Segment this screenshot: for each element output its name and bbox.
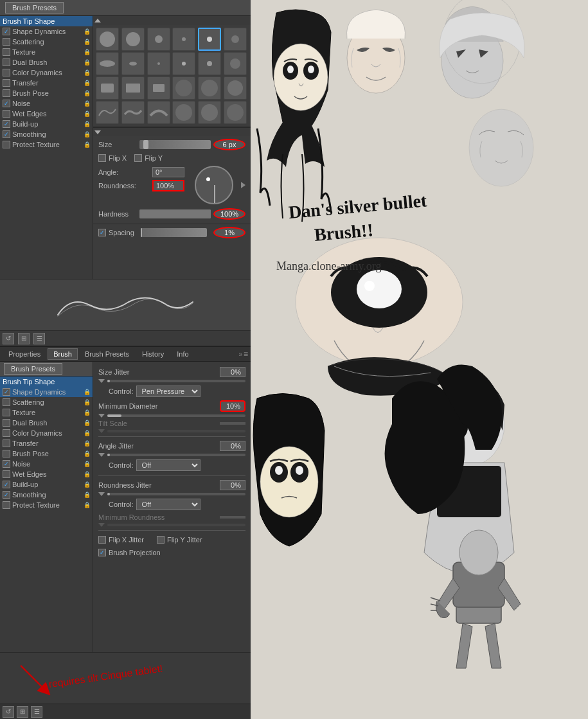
sidebar-item-brush-tip-shape[interactable]: Brush Tip Shape [0,16,93,26]
sidebar-bottom-transfer[interactable]: Transfer 🔒 [0,438,93,448]
hardness-slider[interactable] [139,209,211,218]
bottom-dual-brush-check[interactable] [3,419,10,427]
brush-pose-checkbox[interactable] [3,89,10,97]
brush-presets-btn-bottom[interactable]: Brush Presets [4,363,62,375]
flip-x-checkbox[interactable] [98,154,106,162]
sidebar-item-scattering[interactable]: Scattering 🔒 [0,37,93,47]
tab-expand-btn[interactable]: » [238,351,242,358]
angle-circle-widget[interactable] [195,166,233,204]
size-value[interactable]: 6 px [213,139,245,150]
scroll-up-arrow[interactable] [94,19,101,22]
sidebar-item-brush-pose[interactable]: Brush Pose 🔒 [0,88,93,98]
sidebar-bottom-smoothing[interactable]: Smoothing 🔒 [0,490,93,500]
brush-thumb-2500b[interactable] [121,28,145,51]
brush-thumb-768[interactable] [96,101,119,124]
roundness-input[interactable] [152,180,184,191]
sidebar-item-build-up[interactable]: Build-up 🔒 [0,119,93,129]
brush-thumb-7[interactable] [198,52,221,75]
brush-thumb-128c[interactable] [224,76,247,100]
brush-thumb-4[interactable] [172,28,195,51]
brush-thumb-2500a[interactable] [96,28,119,51]
roundness-jitter-slider[interactable] [107,493,245,495]
scattering-checkbox[interactable] [3,38,10,46]
protect-texture-checkbox[interactable] [3,141,10,148]
brush-thumb-46[interactable] [96,52,119,75]
brush-presets-header[interactable]: Brush Presets [0,362,93,377]
sidebar-item-color-dynamics[interactable]: Color Dynamics 🔒 [0,67,93,78]
brush-thumb-128b[interactable] [198,76,221,100]
size-jitter-triangle[interactable] [98,379,105,383]
bottom-smoothing-check[interactable] [3,491,10,499]
bottom-settings-icon[interactable]: ☰ [31,706,42,718]
bottom-scattering-check[interactable] [3,398,10,406]
sidebar-item-transfer[interactable]: Transfer 🔒 [0,78,93,88]
sidebar-bottom-wet-edges[interactable]: Wet Edges 🔒 [0,469,93,479]
tab-history[interactable]: History [136,348,170,360]
sidebar-bottom-protect-texture[interactable]: Protect Texture 🔒 [0,500,93,510]
roundness-jitter-triangle[interactable] [98,492,105,496]
brush-thumb-28[interactable] [121,76,145,100]
control-dropdown-1[interactable]: Pen Pressure Off Fade Stylus Wheel [136,386,200,397]
sidebar-bottom-texture[interactable]: Texture 🔒 [0,407,93,418]
bottom-brush-pose-check[interactable] [3,450,10,457]
smoothing-checkbox[interactable] [3,130,10,138]
sidebar-item-shape-dynamics[interactable]: Shape Dynamics 🔒 [0,26,93,37]
rotate-icon-btn[interactable]: ↺ [3,333,14,344]
tab-brush-presets[interactable]: Brush Presets [79,348,135,360]
sidebar-bottom-brush-tip[interactable]: Brush Tip Shape [0,377,93,387]
sidebar-bottom-brush-pose[interactable]: Brush Pose 🔒 [0,448,93,459]
size-slider[interactable] [139,140,211,149]
brush-thumb-19[interactable] [224,52,247,75]
texture-checkbox[interactable] [3,48,10,56]
sidebar-bottom-build-up[interactable]: Build-up 🔒 [0,479,93,490]
grid-icon-btn[interactable]: ⊞ [18,333,30,344]
brush-thumb-6[interactable] [198,28,221,51]
flip-y-jitter-checkbox[interactable] [157,536,165,544]
brush-thumb-128a[interactable] [172,76,195,100]
brush-presets-button-top[interactable]: Brush Presets [5,2,64,13]
spacing-value[interactable]: 1% [213,227,245,238]
bottom-texture-check[interactable] [3,409,10,416]
angle-jitter-triangle[interactable] [98,453,105,457]
flip-y-checkbox[interactable] [134,154,142,162]
brush-thumb-128d[interactable] [121,101,145,124]
sidebar-item-texture[interactable]: Texture 🔒 [0,47,93,57]
sidebar-bottom-noise[interactable]: Noise 🔒 [0,459,93,469]
dual-brush-checkbox[interactable] [3,58,10,66]
build-up-checkbox[interactable] [3,120,10,128]
bottom-build-up-check[interactable] [3,481,10,488]
sidebar-item-noise[interactable]: Noise 🔒 [0,98,93,109]
scroll-down-arrow[interactable] [94,130,101,134]
brush-thumb-2000[interactable] [172,101,195,124]
tab-brush[interactable]: Brush [48,348,78,360]
brush-thumb-12[interactable] [224,28,247,51]
settings-icon-btn[interactable]: ☰ [33,333,45,344]
sidebar-bottom-scattering[interactable]: Scattering 🔒 [0,397,93,407]
bottom-color-dynamics-check[interactable] [3,429,10,437]
angle-input[interactable] [152,167,184,177]
brush-thumb-1112[interactable] [224,101,247,124]
brush-projection-checkbox[interactable] [98,549,106,556]
tab-menu-btn[interactable]: ≡ [244,350,248,359]
transfer-checkbox[interactable] [3,79,10,87]
brush-thumb-24[interactable] [147,28,170,51]
angle-jitter-slider[interactable] [107,454,245,456]
tab-properties[interactable]: Properties [3,348,46,360]
brush-thumb-26[interactable] [96,76,119,100]
sidebar-item-smoothing[interactable]: Smoothing 🔒 [0,129,93,139]
size-jitter-slider[interactable] [107,380,245,382]
brush-thumb-20[interactable] [147,76,170,100]
brush-thumb-14[interactable] [121,52,145,75]
shape-dynamics-checkbox[interactable] [3,28,10,35]
spacing-slider[interactable] [141,228,207,237]
bottom-transfer-check[interactable] [3,439,10,447]
spacing-checkbox[interactable] [98,229,106,236]
control-dropdown-3[interactable]: Off Pen Pressure Fade [136,499,200,510]
color-dynamics-checkbox[interactable] [3,69,10,76]
brush-thumb-3[interactable] [147,52,170,75]
sidebar-item-dual-brush[interactable]: Dual Brush 🔒 [0,57,93,67]
bottom-protect-texture-check[interactable] [3,501,10,509]
brush-thumb-5[interactable] [172,52,195,75]
angle-right-arrow[interactable] [241,182,245,188]
sidebar-bottom-dual-brush[interactable]: Dual Brush 🔒 [0,418,93,428]
